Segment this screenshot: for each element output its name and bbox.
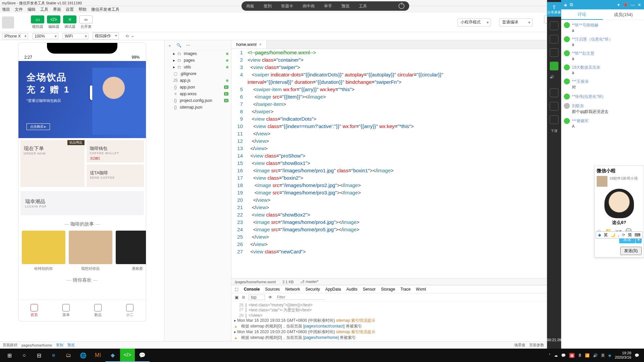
file-row[interactable]: {}sitemap.json xyxy=(164,104,231,111)
pill-item[interactable]: 答题卡 xyxy=(281,3,293,9)
file-row[interactable]: {}project.config.jsonM xyxy=(164,97,231,104)
devtools-tab[interactable]: Network xyxy=(285,287,300,292)
pill-item[interactable]: 工具 xyxy=(359,3,367,9)
eye-icon[interactable]: 👁 xyxy=(268,295,272,300)
pill-item[interactable]: 画板 xyxy=(246,3,254,9)
story-card[interactable]: 哈特别的你 xyxy=(22,231,65,271)
wechat-icon[interactable]: 💬 xyxy=(135,349,150,362)
close-icon[interactable]: ✕ xyxy=(638,2,641,7)
ppt-icon[interactable] xyxy=(550,21,558,30)
context-dropdown[interactable]: top xyxy=(249,295,265,300)
console-filter-input[interactable] xyxy=(276,295,325,300)
network-select[interactable]: WiFi xyxy=(62,33,89,39)
cortana-icon[interactable]: ○ xyxy=(17,349,32,362)
devtools-tab[interactable]: Sensor xyxy=(363,287,376,292)
pill-item[interactable]: 举手 xyxy=(324,3,332,9)
card-wallet[interactable]: 咖啡钱包COFFEE WALLET充2赠1 xyxy=(87,140,144,163)
video-icon[interactable] xyxy=(550,35,558,44)
file-row[interactable]: JSapp.js xyxy=(164,77,231,84)
chrome-icon[interactable]: 🌐 xyxy=(76,349,91,362)
tray-lang-icon[interactable]: 英 xyxy=(601,353,605,358)
tray-wechat-icon[interactable]: 💬 xyxy=(561,353,566,358)
explorer-add-icon[interactable]: ＋ xyxy=(168,43,172,49)
music-icon[interactable] xyxy=(550,88,558,97)
tab-bar-item[interactable]: 首页 xyxy=(18,300,50,321)
explorer-more-icon[interactable]: ⋯ xyxy=(186,43,190,49)
power-icon[interactable] xyxy=(398,3,405,9)
menu-item[interactable]: 编辑 xyxy=(28,7,36,12)
tray-db-icon[interactable]: 🛢 xyxy=(578,353,582,357)
taskview-icon[interactable]: ⊟ xyxy=(32,349,46,362)
tab-bar-item[interactable]: 小二 xyxy=(114,300,146,321)
devtools-tab[interactable]: Sources xyxy=(265,287,280,292)
explorer-search-icon[interactable]: 🔍 xyxy=(176,43,181,49)
simulator-button[interactable]: ▭模拟器 xyxy=(31,15,44,29)
rotate-icon[interactable]: ⌐ xyxy=(131,34,134,39)
expand-icon[interactable] xyxy=(550,102,558,111)
devtools-tab[interactable]: Wxml xyxy=(416,287,426,292)
card-order-now[interactable]: 饮品/周边现在下单ORDER NOW xyxy=(20,140,85,187)
send-button[interactable]: 发送(S) xyxy=(620,247,642,255)
tray-red-icon[interactable]: ▦ xyxy=(569,353,575,358)
tray-sogou-icon[interactable]: ◉ xyxy=(608,353,611,358)
tray-volume-icon[interactable]: 🔊 xyxy=(593,353,598,358)
mic-icon[interactable] xyxy=(550,62,558,70)
pill-item[interactable]: 预览 xyxy=(341,3,350,9)
tab-bar-item[interactable]: 新品 xyxy=(82,300,114,321)
tab-bar-item[interactable]: 菜单 xyxy=(50,300,82,321)
banner-cta[interactable]: 点击购买 ▸ xyxy=(26,123,50,130)
compile-mode-dropdown[interactable]: 普通编译 xyxy=(499,18,533,26)
audio-off-icon[interactable]: 🔊 xyxy=(550,75,558,84)
file-row[interactable]: ▢.gitignore xyxy=(164,70,231,77)
camera-icon[interactable] xyxy=(550,48,558,57)
copy-link[interactable]: 复制 xyxy=(56,343,63,348)
menu-item[interactable]: 设置 xyxy=(66,7,74,12)
tray-notif-icon[interactable]: 💬 xyxy=(635,353,639,358)
file-row[interactable]: ≡app.wxssM xyxy=(164,90,231,97)
devtools-tab[interactable]: Security xyxy=(305,287,320,292)
card-luckin-pop[interactable]: 瑞幸潮品LUCKIN POP xyxy=(20,191,144,215)
zoom-select[interactable]: 100% xyxy=(32,33,58,39)
mi-icon[interactable]: MI xyxy=(91,349,105,362)
tab-members[interactable]: 成员(154) xyxy=(603,9,644,20)
device-select[interactable]: iPhone X xyxy=(2,33,28,39)
menu-item[interactable]: 帮助 xyxy=(78,7,87,12)
devtools-icon[interactable]: </> xyxy=(120,349,135,362)
editor-button[interactable]: </>编辑器 xyxy=(47,15,60,29)
folder-row[interactable]: ▸🗀utils xyxy=(164,64,231,70)
minimize-icon[interactable]: — xyxy=(631,2,635,7)
dropdown-icon[interactable]: ▾ xyxy=(618,2,620,7)
card-send-coffee[interactable]: 送TA咖啡SEND COFFEE xyxy=(87,165,144,187)
sim-banner[interactable]: ⋯◎ 全场饮品 充 2 赠 1 *需通过咖啡钱包购买 点击购买 ▸ xyxy=(18,61,146,138)
pin-icon[interactable]: 📌 xyxy=(623,2,628,7)
folder-row[interactable]: ▸🗀pages xyxy=(164,57,231,64)
mode-dropdown[interactable]: 小程序模式 xyxy=(458,18,491,26)
menu-item[interactable]: 工具 xyxy=(40,7,48,12)
edge-icon[interactable]: e xyxy=(46,349,61,362)
tab-discuss[interactable]: 讨论 xyxy=(561,9,603,20)
pill-item[interactable]: 签到 xyxy=(264,3,272,9)
menu-item[interactable]: 文件 xyxy=(15,7,23,12)
devtools-tab[interactable]: AppData xyxy=(325,287,341,292)
menu-item[interactable]: 项目 xyxy=(2,7,10,12)
cloud-button[interactable]: ∞云开发 xyxy=(79,15,93,29)
preview-link[interactable]: 预览 xyxy=(67,343,75,348)
menu-item[interactable]: 界面 xyxy=(53,7,61,12)
app-icon-1[interactable]: ◆ xyxy=(105,349,120,362)
user-avatar[interactable] xyxy=(2,16,14,28)
tray-cloud-icon[interactable]: ☁ xyxy=(554,353,558,358)
debugger-button[interactable]: ≡调试器 xyxy=(63,15,76,29)
file-row[interactable]: {}app.jsonM xyxy=(164,84,231,90)
explorer-icon[interactable]: 🗂 xyxy=(61,349,76,362)
start-button[interactable]: ⊞ xyxy=(2,349,17,362)
share-screen-button[interactable]: ⇪分享屏幕 xyxy=(547,2,561,17)
devtools-tab[interactable]: Trace xyxy=(400,287,411,292)
popout-icon[interactable]: ⧉ xyxy=(570,2,573,7)
story-card[interactable]: 勇敢爱 xyxy=(116,231,146,271)
devtools-tab[interactable]: Console xyxy=(244,287,260,292)
close-tab-icon[interactable]: × xyxy=(259,42,262,47)
inspect-icon[interactable]: ⬚ xyxy=(235,287,238,292)
editor-tab-home-wxml[interactable]: home.wxml× xyxy=(231,40,267,49)
story-card[interactable]: 我想对你说 xyxy=(69,231,112,271)
tray-up-icon[interactable]: ˄ xyxy=(549,353,551,358)
